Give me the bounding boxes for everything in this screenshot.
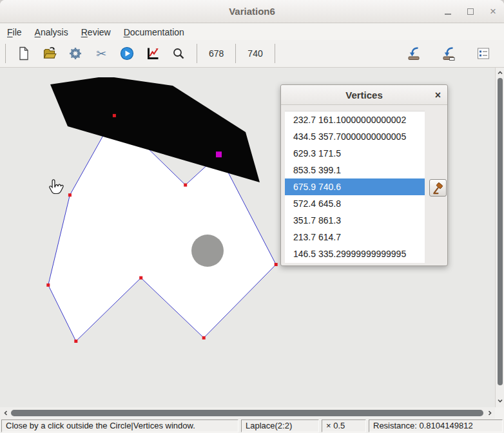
minimize-icon — [445, 14, 451, 15]
vertex-marker[interactable] — [184, 184, 187, 187]
search-icon — [171, 46, 186, 61]
vertex-marker[interactable] — [74, 340, 77, 343]
vertex-marker[interactable] — [68, 193, 72, 197]
minimize-button[interactable] — [443, 7, 452, 16]
zoom-button[interactable] — [170, 44, 188, 63]
toolbar-separator — [235, 44, 236, 63]
options-button[interactable] — [474, 44, 492, 63]
window-controls: × — [443, 0, 498, 23]
vertex-row[interactable]: 853.5 399.1 — [285, 162, 425, 178]
app-window: Variation6 × File Analysis Review Docume… — [0, 0, 504, 433]
run-button[interactable] — [118, 44, 136, 63]
new-document-icon — [16, 46, 32, 61]
new-document-button[interactable] — [15, 44, 33, 63]
dialog-title: Vertices — [281, 85, 447, 105]
vertex-row-selected[interactable]: 675.9 740.6 — [285, 178, 425, 195]
vertex-row[interactable]: 629.3 171.5 — [285, 145, 425, 162]
play-icon — [119, 46, 135, 61]
vertex-row[interactable]: 434.5 357.70000000000005 — [285, 128, 425, 145]
close-button[interactable]: × — [489, 7, 498, 16]
export-tray-box-icon — [441, 46, 456, 61]
window-title: Variation6 — [0, 0, 504, 23]
dialog-close-button[interactable]: × — [435, 85, 441, 105]
vertex-marker[interactable] — [275, 263, 278, 266]
vertical-scrollbar-thumb[interactable] — [498, 78, 503, 385]
apply-button[interactable] — [429, 179, 447, 197]
gear-icon — [68, 46, 83, 61]
scroll-up-icon[interactable] — [496, 69, 504, 77]
toolbar: ✂ 678 740 — [0, 40, 504, 68]
maximize-button[interactable] — [466, 7, 475, 16]
export-alt-button[interactable] — [440, 44, 458, 63]
vertex-row[interactable]: 146.5 335.29999999999995 — [285, 245, 425, 262]
menu-analysis[interactable]: Analysis — [32, 26, 72, 39]
status-laplace: Laplace(2:2) — [241, 419, 319, 432]
maximize-icon — [467, 8, 474, 15]
scroll-left-icon[interactable] — [2, 409, 10, 417]
cut-button[interactable]: ✂ — [92, 44, 110, 63]
vertex-row[interactable]: 232.7 161.10000000000002 — [285, 111, 425, 128]
toolbar-separator — [5, 44, 6, 63]
menu-file[interactable]: File — [4, 26, 25, 39]
status-resistance: Resistance: 0.8104149812 — [369, 419, 503, 432]
vertex-marker[interactable] — [46, 284, 50, 287]
vertical-scrollbar[interactable] — [495, 68, 504, 407]
vertex-list[interactable]: 232.7 161.10000000000002434.5 357.700000… — [285, 111, 425, 263]
titlebar[interactable]: Variation6 × — [0, 0, 504, 23]
form-list-icon — [476, 46, 491, 61]
gray-circle[interactable] — [191, 235, 224, 267]
chart-icon — [145, 46, 160, 61]
menubar: File Analysis Review Documentation — [0, 24, 504, 40]
settings-button[interactable] — [66, 44, 84, 63]
chart-button[interactable] — [144, 44, 162, 63]
vertex-marker[interactable] — [202, 336, 206, 340]
scissors-icon: ✂ — [93, 46, 109, 61]
toolbar-separator — [197, 44, 197, 63]
canvas-width-field: 678 — [202, 48, 230, 59]
horizontal-scrollbar[interactable] — [0, 407, 495, 419]
toolbar-separator — [275, 44, 275, 63]
vertex-marker[interactable] — [139, 276, 142, 280]
vertices-dialog: Vertices × 232.7 161.10000000000002434.5… — [280, 84, 448, 266]
toolbar-right-group — [401, 44, 496, 63]
status-scale: × 0.5 — [322, 419, 366, 432]
selected-vertex-marker[interactable] — [216, 151, 222, 157]
export-tray-icon — [406, 46, 422, 61]
open-folder-icon — [42, 46, 57, 61]
scroll-down-icon[interactable] — [496, 397, 504, 405]
menu-documentation[interactable]: Documentation — [121, 26, 188, 39]
vertex-row[interactable]: 572.4 645.8 — [285, 195, 425, 212]
canvas-height-field: 740 — [241, 48, 269, 59]
svg-text:✂: ✂ — [96, 46, 106, 61]
vertex-row[interactable]: 351.7 861.3 — [285, 212, 425, 229]
statusbar: Close by a click outside the Circle|Vert… — [0, 419, 504, 433]
export-button[interactable] — [405, 44, 423, 63]
scroll-right-icon[interactable] — [486, 409, 494, 417]
gavel-icon — [431, 181, 445, 195]
dialog-titlebar[interactable]: Vertices × — [281, 85, 447, 105]
vertex-row[interactable]: 213.7 614.7 — [285, 229, 425, 245]
open-file-button[interactable] — [41, 44, 59, 63]
horizontal-scrollbar-thumb[interactable] — [11, 410, 483, 416]
vertex-marker[interactable] — [113, 114, 116, 117]
menu-review[interactable]: Review — [78, 26, 114, 39]
status-message: Close by a click outside the Circle|Vert… — [1, 419, 238, 432]
